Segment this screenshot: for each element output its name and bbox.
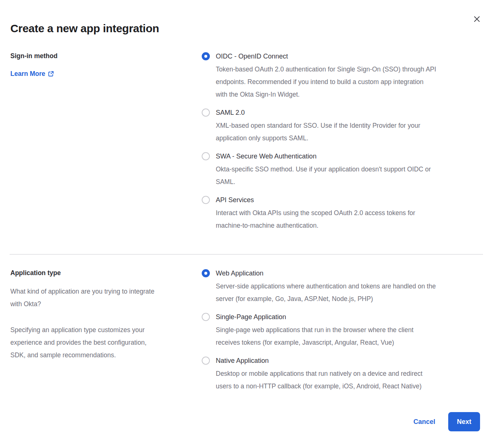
application-type-options: Web Application Server-side applications… (202, 269, 482, 392)
option-api-services[interactable]: API Services Interact with Okta APIs usi… (202, 196, 482, 232)
radio-unselected-icon[interactable] (202, 313, 210, 321)
option-label: Native Application (216, 357, 422, 365)
option-description: Desktop or mobile applications that run … (216, 367, 422, 392)
option-saml-text: SAML 2.0 XML-based open standard for SSO… (216, 108, 420, 144)
application-type-intro-2: Specifying an application type customize… (10, 324, 195, 361)
option-oidc[interactable]: OIDC - OpenID Connect Token-based OAuth … (202, 52, 482, 101)
option-single-page-application-text: Single-Page Application Single-page web … (216, 313, 413, 349)
radio-selected-icon[interactable] (202, 52, 210, 60)
option-label: Web Application (216, 269, 436, 277)
option-oidc-text: OIDC - OpenID Connect Token-based OAuth … (216, 52, 436, 101)
option-api-services-text: API Services Interact with Okta APIs usi… (216, 196, 415, 232)
option-label: API Services (216, 196, 415, 204)
option-single-page-application[interactable]: Single-Page Application Single-page web … (202, 313, 482, 349)
radio-unselected-icon[interactable] (202, 357, 210, 365)
option-native-application-text: Native Application Desktop or mobile app… (216, 357, 422, 392)
next-button[interactable]: Next (448, 412, 480, 431)
option-description: Token-based OAuth 2.0 authentication for… (216, 63, 436, 101)
section-divider (10, 254, 483, 255)
option-description: Okta-specific SSO method. Use if your ap… (216, 163, 431, 188)
signin-method-label: Sign-in method (10, 52, 195, 60)
application-type-label: Application type (10, 269, 195, 277)
option-label: SWA - Secure Web Authentication (216, 152, 431, 160)
option-description: Single-page web applications that run in… (216, 324, 413, 349)
application-type-left-column: Application type What kind of applicatio… (10, 269, 195, 361)
application-type-intro-1: What kind of application are you trying … (10, 285, 195, 310)
option-native-application[interactable]: Native Application Desktop or mobile app… (202, 357, 482, 392)
option-description: XML-based open standard for SSO. Use if … (216, 119, 420, 144)
option-web-application[interactable]: Web Application Server-side applications… (202, 269, 482, 305)
signin-method-options: OIDC - OpenID Connect Token-based OAuth … (202, 52, 482, 232)
option-label: OIDC - OpenID Connect (216, 52, 436, 60)
close-button[interactable] (472, 14, 482, 24)
learn-more-link[interactable]: Learn More (10, 70, 54, 78)
radio-selected-icon[interactable] (202, 269, 210, 277)
option-web-application-text: Web Application Server-side applications… (216, 269, 436, 305)
dialog-footer: Cancel Next (413, 412, 480, 431)
cancel-button[interactable]: Cancel (413, 418, 435, 426)
radio-unselected-icon[interactable] (202, 152, 210, 160)
page-title: Create a new app integration (10, 22, 159, 35)
signin-method-left-column: Sign-in method Learn More (10, 52, 195, 78)
learn-more-label: Learn More (10, 70, 45, 78)
option-saml[interactable]: SAML 2.0 XML-based open standard for SSO… (202, 108, 482, 144)
close-icon (473, 16, 480, 23)
option-label: SAML 2.0 (216, 108, 420, 117)
radio-unselected-icon[interactable] (202, 108, 210, 117)
option-description: Interact with Okta APIs using the scoped… (216, 207, 415, 232)
external-link-icon (48, 71, 54, 77)
option-swa-text: SWA - Secure Web Authentication Okta-spe… (216, 152, 431, 188)
option-swa[interactable]: SWA - Secure Web Authentication Okta-spe… (202, 152, 482, 188)
option-description: Server-side applications where authentic… (216, 280, 436, 305)
radio-unselected-icon[interactable] (202, 196, 210, 204)
option-label: Single-Page Application (216, 313, 413, 321)
